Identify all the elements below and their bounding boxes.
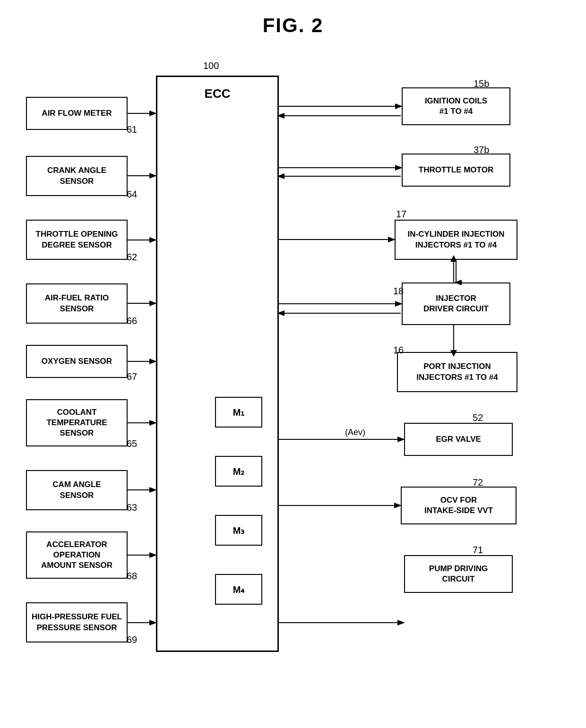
memory-m1-label: M₁ — [233, 407, 245, 418]
ref-16: 16 — [393, 345, 404, 356]
ref-72: 72 — [473, 477, 483, 488]
ref-68: 68 — [127, 571, 137, 582]
aev-label: (Aev) — [345, 428, 365, 437]
ref-61: 61 — [127, 124, 137, 135]
figure-title: FIG. 2 — [263, 14, 324, 37]
ref-65: 65 — [127, 438, 137, 449]
in-cylinder-injectors-label: IN-CYLINDER INJECTIONINJECTORS #1 TO #4 — [408, 229, 505, 250]
accelerator-sensor-label: ACCELERATOROPERATIONAMOUNT SENSOR — [41, 540, 112, 571]
memory-m1-box: M₁ — [215, 397, 262, 428]
accelerator-sensor-box: ACCELERATOROPERATIONAMOUNT SENSOR — [26, 531, 128, 579]
throttle-motor-box: THROTTLE MOTOR — [402, 154, 510, 187]
diagram-container: FIG. 2 ECC 100 AIR FLOW METER 61 CRANK A… — [0, 0, 586, 728]
coolant-temp-sensor-label: COOLANTTEMPERATURESENSOR — [46, 407, 107, 438]
ref-37b: 37b — [474, 145, 489, 155]
ocv-intake-box: OCV FORINTAKE-SIDE VVT — [401, 487, 517, 524]
air-flow-meter-label: AIR FLOW METER — [42, 108, 112, 119]
ref-18: 18 — [393, 286, 404, 297]
memory-m4-box: M₄ — [215, 574, 262, 605]
air-flow-meter-box: AIR FLOW METER — [26, 97, 128, 130]
ref-15b: 15b — [474, 78, 489, 89]
ref-52: 52 — [473, 412, 483, 423]
crank-angle-sensor-label: CRANK ANGLESENSOR — [47, 165, 106, 186]
ignition-coils-label: IGNITION COILS#1 TO #4 — [425, 96, 487, 117]
throttle-opening-sensor-label: THROTTLE OPENINGDEGREE SENSOR — [36, 229, 118, 250]
ecc-label: ECC — [205, 86, 231, 101]
pump-driving-circuit-label: PUMP DRIVINGCIRCUIT — [429, 564, 488, 584]
injector-driver-circuit-label: INJECTORDRIVER CIRCUIT — [423, 293, 489, 314]
air-fuel-ratio-sensor-label: AIR-FUEL RATIOSENSOR — [45, 293, 109, 314]
fuel-pressure-sensor-label: HIGH-PRESSURE FUELPRESSURE SENSOR — [32, 612, 122, 633]
port-injection-injectors-label: PORT INJECTIONINJECTORS #1 TO #4 — [416, 361, 498, 382]
memory-m4-label: M₄ — [233, 584, 245, 595]
ignition-coils-box: IGNITION COILS#1 TO #4 — [402, 87, 510, 125]
egr-valve-label: EGR VALVE — [436, 434, 481, 445]
throttle-motor-label: THROTTLE MOTOR — [419, 165, 493, 175]
oxygen-sensor-label: OXYGEN SENSOR — [42, 356, 112, 367]
air-fuel-ratio-sensor-box: AIR-FUEL RATIOSENSOR — [26, 283, 128, 324]
in-cylinder-injectors-box: IN-CYLINDER INJECTIONINJECTORS #1 TO #4 — [395, 220, 517, 260]
ref-71: 71 — [473, 545, 483, 556]
ref-17: 17 — [396, 209, 406, 220]
memory-m2-box: M₂ — [215, 456, 262, 487]
port-injection-injectors-box: PORT INJECTIONINJECTORS #1 TO #4 — [397, 352, 517, 392]
egr-valve-box: EGR VALVE — [404, 423, 513, 456]
pump-driving-circuit-box: PUMP DRIVINGCIRCUIT — [404, 555, 513, 593]
crank-angle-sensor-box: CRANK ANGLESENSOR — [26, 156, 128, 196]
ref-63: 63 — [127, 502, 137, 513]
ref-67: 67 — [127, 371, 137, 382]
oxygen-sensor-box: OXYGEN SENSOR — [26, 345, 128, 378]
ref-66: 66 — [127, 316, 137, 326]
cam-angle-sensor-label: CAM ANGLESENSOR — [52, 480, 101, 500]
injector-driver-circuit-box: INJECTORDRIVER CIRCUIT — [402, 283, 510, 325]
memory-m2-label: M₂ — [233, 466, 245, 477]
ecc-ref: 100 — [203, 60, 219, 71]
memory-m3-box: M₃ — [215, 515, 262, 546]
memory-m3-label: M₃ — [233, 525, 245, 536]
ref-64: 64 — [127, 189, 137, 200]
coolant-temp-sensor-box: COOLANTTEMPERATURESENSOR — [26, 399, 128, 446]
ref-69: 69 — [127, 634, 137, 645]
fuel-pressure-sensor-box: HIGH-PRESSURE FUELPRESSURE SENSOR — [26, 602, 128, 642]
ocv-intake-label: OCV FORINTAKE-SIDE VVT — [424, 495, 493, 516]
throttle-opening-sensor-box: THROTTLE OPENINGDEGREE SENSOR — [26, 220, 128, 260]
cam-angle-sensor-box: CAM ANGLESENSOR — [26, 470, 128, 510]
ecc-box: ECC — [156, 76, 279, 652]
ref-62: 62 — [127, 252, 137, 263]
